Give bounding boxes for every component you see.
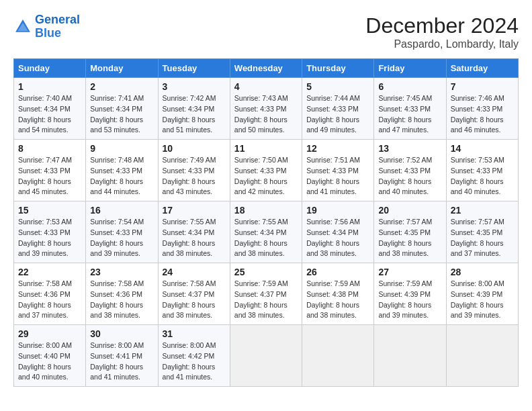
day-number: 20	[378, 205, 441, 216]
header: General Blue December 2024 Paspardo, Lom…	[13, 13, 519, 50]
page: General Blue December 2024 Paspardo, Lom…	[0, 0, 532, 394]
calendar-cell: 31Sunrise: 8:00 AMSunset: 4:42 PMDayligh…	[158, 325, 230, 387]
logo-general: General	[35, 13, 80, 26]
calendar-cell: 14Sunrise: 7:53 AMSunset: 4:33 PMDayligh…	[446, 140, 518, 201]
day-number: 4	[234, 81, 298, 92]
day-number: 12	[306, 143, 369, 154]
day-number: 11	[234, 143, 298, 154]
day-number: 7	[451, 81, 514, 92]
day-detail: Sunrise: 7:55 AMSunset: 4:34 PMDaylight:…	[234, 217, 298, 259]
day-detail: Sunrise: 7:59 AMSunset: 4:39 PMDaylight:…	[378, 279, 441, 321]
logo-text: General Blue	[35, 13, 80, 40]
calendar-cell: 27Sunrise: 7:59 AMSunset: 4:39 PMDayligh…	[374, 263, 446, 325]
day-number: 30	[90, 328, 153, 339]
day-number: 1	[18, 81, 81, 92]
day-number: 23	[90, 267, 153, 277]
day-detail: Sunrise: 7:57 AMSunset: 4:35 PMDaylight:…	[378, 217, 441, 259]
weekday-header-wednesday: Wednesday	[230, 59, 302, 78]
day-number: 19	[306, 205, 369, 216]
calendar-table: SundayMondayTuesdayWednesdayThursdayFrid…	[13, 58, 519, 387]
day-detail: Sunrise: 7:49 AMSunset: 4:33 PMDaylight:…	[163, 155, 226, 197]
calendar-cell: 12Sunrise: 7:51 AMSunset: 4:33 PMDayligh…	[302, 140, 374, 201]
weekday-header-monday: Monday	[86, 59, 158, 78]
calendar-week-row-3: 15Sunrise: 7:53 AMSunset: 4:33 PMDayligh…	[14, 201, 519, 263]
calendar-cell: 15Sunrise: 7:53 AMSunset: 4:33 PMDayligh…	[14, 201, 86, 263]
day-detail: Sunrise: 7:59 AMSunset: 4:37 PMDaylight:…	[234, 279, 298, 321]
calendar-cell: 2Sunrise: 7:41 AMSunset: 4:34 PMDaylight…	[86, 78, 158, 140]
calendar-cell: 23Sunrise: 7:58 AMSunset: 4:36 PMDayligh…	[86, 263, 158, 325]
calendar-cell: 8Sunrise: 7:47 AMSunset: 4:33 PMDaylight…	[14, 140, 86, 201]
day-number: 5	[306, 81, 369, 92]
calendar-cell: 24Sunrise: 7:58 AMSunset: 4:37 PMDayligh…	[158, 263, 230, 325]
day-detail: Sunrise: 7:53 AMSunset: 4:33 PMDaylight:…	[18, 217, 81, 259]
calendar-cell: 11Sunrise: 7:50 AMSunset: 4:33 PMDayligh…	[230, 140, 302, 201]
day-detail: Sunrise: 7:56 AMSunset: 4:34 PMDaylight:…	[306, 217, 369, 259]
calendar-cell: 10Sunrise: 7:49 AMSunset: 4:33 PMDayligh…	[158, 140, 230, 201]
calendar-cell: 22Sunrise: 7:58 AMSunset: 4:36 PMDayligh…	[14, 263, 86, 325]
day-detail: Sunrise: 8:00 AMSunset: 4:39 PMDaylight:…	[451, 279, 514, 321]
day-number: 31	[163, 328, 226, 339]
day-detail: Sunrise: 7:40 AMSunset: 4:34 PMDaylight:…	[18, 93, 81, 136]
day-detail: Sunrise: 7:58 AMSunset: 4:37 PMDaylight:…	[163, 279, 226, 321]
day-number: 6	[378, 81, 441, 92]
day-detail: Sunrise: 7:42 AMSunset: 4:34 PMDaylight:…	[163, 93, 226, 136]
day-detail: Sunrise: 7:55 AMSunset: 4:34 PMDaylight:…	[163, 217, 226, 259]
calendar-cell: 4Sunrise: 7:43 AMSunset: 4:33 PMDaylight…	[230, 78, 302, 140]
logo-icon	[13, 17, 32, 36]
calendar-cell	[446, 325, 518, 387]
calendar-cell: 3Sunrise: 7:42 AMSunset: 4:34 PMDaylight…	[158, 78, 230, 140]
calendar-cell: 7Sunrise: 7:46 AMSunset: 4:33 PMDaylight…	[446, 78, 518, 140]
calendar-cell: 6Sunrise: 7:45 AMSunset: 4:33 PMDaylight…	[374, 78, 446, 140]
calendar-cell: 25Sunrise: 7:59 AMSunset: 4:37 PMDayligh…	[230, 263, 302, 325]
calendar-week-row-4: 22Sunrise: 7:58 AMSunset: 4:36 PMDayligh…	[14, 263, 519, 325]
calendar-cell: 16Sunrise: 7:54 AMSunset: 4:33 PMDayligh…	[86, 201, 158, 263]
calendar-cell: 30Sunrise: 8:00 AMSunset: 4:41 PMDayligh…	[86, 325, 158, 387]
day-number: 2	[90, 81, 153, 92]
weekday-header-friday: Friday	[374, 59, 446, 78]
day-number: 22	[18, 267, 81, 277]
calendar-cell	[302, 325, 374, 387]
day-detail: Sunrise: 7:47 AMSunset: 4:33 PMDaylight:…	[18, 155, 81, 197]
logo-blue: Blue	[35, 26, 61, 40]
day-number: 26	[306, 267, 369, 277]
day-number: 15	[18, 205, 81, 216]
day-number: 29	[18, 328, 81, 339]
day-number: 9	[90, 143, 153, 154]
day-number: 18	[234, 205, 298, 216]
calendar-week-row-2: 8Sunrise: 7:47 AMSunset: 4:33 PMDaylight…	[14, 140, 519, 201]
calendar-cell	[374, 325, 446, 387]
day-detail: Sunrise: 7:44 AMSunset: 4:33 PMDaylight:…	[306, 93, 369, 136]
day-number: 25	[234, 267, 298, 277]
day-number: 27	[378, 267, 441, 277]
location: Paspardo, Lombardy, Italy	[365, 38, 519, 50]
day-detail: Sunrise: 7:53 AMSunset: 4:33 PMDaylight:…	[451, 155, 514, 197]
day-number: 8	[18, 143, 81, 154]
day-detail: Sunrise: 8:00 AMSunset: 4:40 PMDaylight:…	[18, 340, 81, 383]
calendar-cell: 20Sunrise: 7:57 AMSunset: 4:35 PMDayligh…	[374, 201, 446, 263]
calendar-cell: 13Sunrise: 7:52 AMSunset: 4:33 PMDayligh…	[374, 140, 446, 201]
day-detail: Sunrise: 8:00 AMSunset: 4:41 PMDaylight:…	[90, 340, 153, 383]
day-detail: Sunrise: 7:43 AMSunset: 4:33 PMDaylight:…	[234, 93, 298, 136]
day-detail: Sunrise: 8:00 AMSunset: 4:42 PMDaylight:…	[163, 340, 226, 383]
calendar-cell: 17Sunrise: 7:55 AMSunset: 4:34 PMDayligh…	[158, 201, 230, 263]
day-detail: Sunrise: 7:52 AMSunset: 4:33 PMDaylight:…	[378, 155, 441, 197]
day-number: 28	[451, 267, 514, 277]
calendar-cell: 1Sunrise: 7:40 AMSunset: 4:34 PMDaylight…	[14, 78, 86, 140]
calendar-cell: 9Sunrise: 7:48 AMSunset: 4:33 PMDaylight…	[86, 140, 158, 201]
day-number: 14	[451, 143, 514, 154]
calendar-cell: 26Sunrise: 7:59 AMSunset: 4:38 PMDayligh…	[302, 263, 374, 325]
day-detail: Sunrise: 7:54 AMSunset: 4:33 PMDaylight:…	[90, 217, 153, 259]
logo: General Blue	[13, 13, 80, 40]
day-number: 10	[163, 143, 226, 154]
day-number: 3	[163, 81, 226, 92]
calendar-cell	[230, 325, 302, 387]
calendar-cell: 21Sunrise: 7:57 AMSunset: 4:35 PMDayligh…	[446, 201, 518, 263]
day-detail: Sunrise: 7:46 AMSunset: 4:33 PMDaylight:…	[451, 93, 514, 136]
calendar-week-row-1: 1Sunrise: 7:40 AMSunset: 4:34 PMDaylight…	[14, 78, 519, 140]
weekday-header-tuesday: Tuesday	[158, 59, 230, 78]
day-detail: Sunrise: 7:45 AMSunset: 4:33 PMDaylight:…	[378, 93, 441, 136]
day-detail: Sunrise: 7:50 AMSunset: 4:33 PMDaylight:…	[234, 155, 298, 197]
calendar-cell: 28Sunrise: 8:00 AMSunset: 4:39 PMDayligh…	[446, 263, 518, 325]
weekday-header-row: SundayMondayTuesdayWednesdayThursdayFrid…	[14, 59, 519, 78]
day-number: 13	[378, 143, 441, 154]
